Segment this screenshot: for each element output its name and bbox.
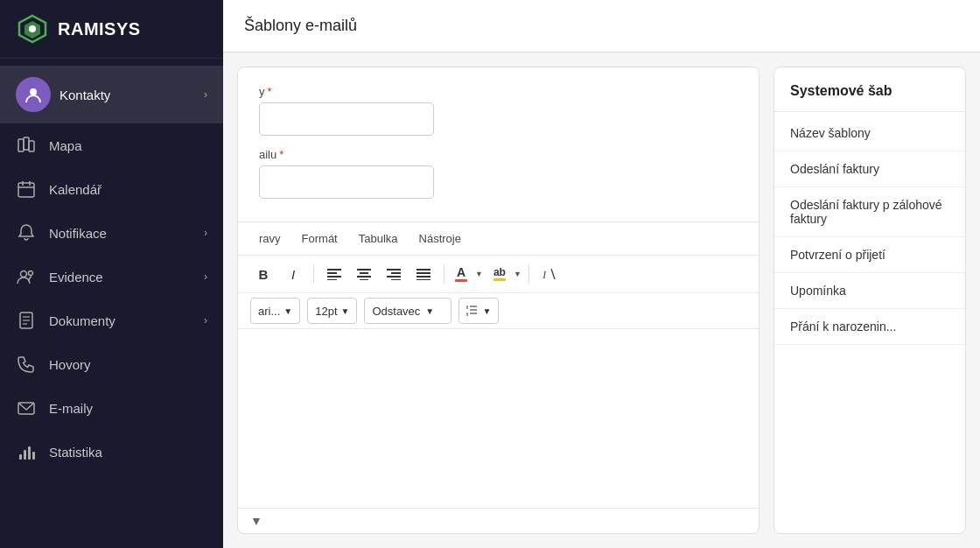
font-size-value: 12pt <box>315 305 337 318</box>
sidebar: RAMISYS Kontakty › Mapa <box>0 0 223 548</box>
font-size-dropdown[interactable]: 12pt ▼ <box>307 298 357 324</box>
sidebar-item-label-hovory: Hovory <box>49 357 207 372</box>
form-label-1: y * <box>259 85 738 98</box>
document-icon <box>16 310 37 331</box>
sidebar-item-label-notifikace: Notifikace <box>49 226 204 241</box>
form-label-2: ailu * <box>259 148 738 161</box>
users-icon <box>16 266 37 287</box>
align-center-button[interactable] <box>351 261 377 287</box>
sidebar-item-emaily[interactable]: E-maily <box>0 386 223 430</box>
italic-button[interactable]: I <box>280 261 306 287</box>
bold-button[interactable]: B <box>250 261 276 287</box>
form-section: y * ailu * <box>238 67 759 222</box>
avatar <box>16 77 51 112</box>
right-panel-title: Systemové šab <box>774 80 965 112</box>
logo-text: RAMISYS <box>58 19 141 39</box>
highlight-color-button[interactable]: ab <box>490 264 509 284</box>
paragraph-style-dropdown[interactable]: Odstavec ▼ <box>364 298 452 324</box>
align-left-button[interactable] <box>321 261 347 287</box>
chevron-right-icon-dokumenty: › <box>204 314 207 327</box>
sidebar-item-label-dokumenty: Dokumenty <box>49 313 204 328</box>
font-color-indicator <box>455 279 467 282</box>
right-panel-item-5[interactable]: Přání k narozenin... <box>774 309 965 345</box>
line-height-dropdown[interactable]: ▼ <box>458 298 499 324</box>
expand-button[interactable]: ▼ <box>238 508 759 533</box>
editor-toolbar-bottom: ari... ▼ 12pt ▼ Odstavec ▼ <box>238 293 759 329</box>
editor-body[interactable] <box>238 329 759 508</box>
svg-rect-6 <box>24 137 29 150</box>
logo-icon <box>16 12 49 46</box>
sidebar-item-dokumenty[interactable]: Dokumenty › <box>0 299 223 342</box>
svg-point-12 <box>21 271 27 278</box>
chevron-right-icon-notifikace: › <box>204 227 207 239</box>
svg-text:I: I <box>542 268 547 281</box>
font-color-button[interactable]: A <box>452 263 471 285</box>
editor-toolbar-menu: ravy Formát Tabulka Nástroje <box>238 222 759 256</box>
font-family-value: ari... <box>258 305 280 318</box>
chevron-down-icon-expand: ▼ <box>250 514 262 528</box>
email-icon <box>16 397 37 418</box>
svg-point-4 <box>30 88 37 95</box>
sidebar-item-label-kontakty: Kontakty <box>60 88 204 102</box>
svg-rect-21 <box>28 446 31 460</box>
svg-rect-5 <box>18 139 24 151</box>
phone-icon <box>16 354 37 375</box>
form-input-1[interactable] <box>259 102 434 136</box>
paragraph-style-value: Odstavec <box>372 305 420 318</box>
right-panel-item-4[interactable]: Upomínka <box>774 273 965 309</box>
highlight-color-arrow[interactable]: ▼ <box>514 270 522 278</box>
clear-format-button[interactable]: I <box>536 261 563 287</box>
svg-rect-8 <box>18 183 34 197</box>
sidebar-item-notifikace[interactable]: Notifikace › <box>0 211 223 255</box>
sidebar-item-kalendar[interactable]: Kalendář <box>0 167 223 211</box>
right-panel: Systemové šab Název šablony Odeslání fak… <box>774 67 966 534</box>
content-area: y * ailu * ravy Formát Tabulka <box>223 53 980 548</box>
justify-button[interactable] <box>410 261 437 287</box>
bell-icon <box>16 222 37 243</box>
sidebar-item-statistika[interactable]: Statistika <box>0 430 223 474</box>
separator-2 <box>444 264 444 284</box>
top-bar: Šablony e-mailů <box>223 0 980 53</box>
main-content: Šablony e-mailů y * ailu * <box>223 0 980 548</box>
chevron-down-icon-para: ▼ <box>425 306 434 316</box>
sidebar-item-hovory[interactable]: Hovory <box>0 342 223 386</box>
separator-1 <box>313 264 314 284</box>
sidebar-nav: Kontakty › Mapa <box>0 59 223 548</box>
sidebar-item-label-emaily: E-maily <box>49 401 207 416</box>
sidebar-item-kontakty[interactable]: Kontakty › <box>0 66 223 123</box>
chevron-down-icon-font: ▼ <box>284 306 292 316</box>
chevron-down-icon-size: ▼ <box>341 306 350 316</box>
align-right-button[interactable] <box>381 261 407 287</box>
sidebar-item-evidence[interactable]: Evidence › <box>0 255 223 299</box>
editor-panel: y * ailu * ravy Formát Tabulka <box>237 67 760 534</box>
calendar-icon <box>16 179 37 200</box>
svg-rect-22 <box>32 452 35 460</box>
editor-toolbar-buttons: B I <box>238 256 759 293</box>
right-panel-item-1[interactable]: Odeslání faktury <box>774 151 965 187</box>
font-color-arrow[interactable]: ▼ <box>475 270 483 278</box>
font-family-dropdown[interactable]: ari... ▼ <box>250 298 300 324</box>
line-height-icon <box>466 305 479 317</box>
highlight-color-indicator <box>494 278 506 281</box>
sidebar-item-label-evidence: Evidence <box>49 270 204 285</box>
menu-item-nastroje[interactable]: Nástroje <box>410 228 470 249</box>
sidebar-item-label-mapa: Mapa <box>49 138 207 153</box>
right-panel-item-2[interactable]: Odeslání faktury p zálohové faktury <box>774 187 965 237</box>
sidebar-item-label-kalendar: Kalendář <box>49 182 207 197</box>
form-input-2[interactable] <box>259 165 434 199</box>
menu-item-tabulka[interactable]: Tabulka <box>350 228 407 249</box>
svg-rect-19 <box>19 454 22 460</box>
right-panel-item-3[interactable]: Potvrzení o přijetí <box>774 237 965 273</box>
sidebar-item-mapa[interactable]: Mapa <box>0 123 223 167</box>
menu-item-upravy[interactable]: ravy <box>250 228 290 249</box>
svg-rect-7 <box>29 141 34 151</box>
logo: RAMISYS <box>0 0 223 59</box>
separator-3 <box>528 264 529 284</box>
chevron-down-icon-lh: ▼ <box>482 306 491 316</box>
required-star-1: * <box>268 85 272 98</box>
form-row-1: y * <box>259 85 738 136</box>
form-row-2: ailu * <box>259 148 738 199</box>
required-star-2: * <box>279 148 284 161</box>
right-panel-item-0[interactable]: Název šablony <box>774 116 965 151</box>
menu-item-format[interactable]: Formát <box>293 228 346 249</box>
